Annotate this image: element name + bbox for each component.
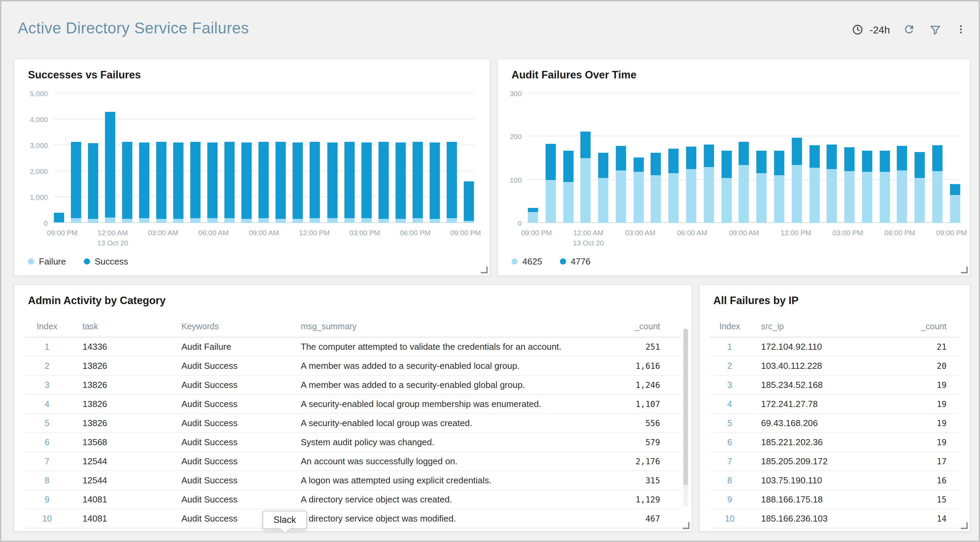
stacked-bar[interactable] [412, 94, 423, 223]
cell-_count: 1,129 [592, 494, 660, 504]
stacked-bar[interactable] [54, 94, 64, 223]
stacked-bar[interactable] [105, 94, 115, 223]
table-row[interactable]: 1172.104.92.11021 [711, 337, 959, 356]
column-header-index[interactable]: Index [25, 322, 69, 331]
legend-item-failure[interactable]: Failure [28, 256, 66, 267]
stacked-bar[interactable] [581, 94, 591, 223]
table-row[interactable]: 6185.221.202.3619 [711, 433, 959, 452]
stacked-bar[interactable] [950, 94, 960, 223]
stacked-bar[interactable] [686, 94, 696, 223]
stacked-bar[interactable] [915, 94, 925, 223]
stacked-bar[interactable] [446, 94, 457, 223]
stacked-bar[interactable] [616, 94, 626, 223]
panel-resize-handle[interactable] [961, 522, 968, 529]
column-header-src_ip[interactable]: src_ip [761, 322, 877, 331]
column-header-index[interactable]: Index [711, 322, 749, 331]
table-row[interactable]: 413826Audit SuccessA security-enabled lo… [25, 395, 681, 414]
column-header-task[interactable]: task [83, 322, 168, 331]
table-row[interactable]: 4172.241.27.7819 [711, 395, 959, 414]
table-row[interactable]: 513826Audit SuccessA security-enabled lo… [25, 414, 681, 433]
stacked-bar[interactable] [464, 94, 474, 223]
stacked-bar[interactable] [791, 94, 802, 223]
bar-segment [310, 218, 320, 223]
stacked-bar[interactable] [122, 94, 132, 223]
table-row[interactable]: 313826Audit SuccessA member was added to… [25, 376, 681, 395]
table-row[interactable]: 213826Audit SuccessA member was added to… [25, 356, 681, 376]
table-row[interactable]: 7185.205.209.17217 [711, 452, 959, 471]
table-row[interactable]: 8103.75.190.11016 [711, 471, 959, 490]
stacked-bar[interactable] [208, 94, 218, 223]
stacked-bar[interactable] [563, 94, 573, 223]
legend-item-4776[interactable]: 4776 [560, 256, 590, 267]
stacked-bar[interactable] [71, 94, 81, 223]
stacked-bar[interactable] [156, 94, 166, 223]
stacked-bar[interactable] [225, 94, 235, 223]
table-row[interactable]: 9188.166.175.1815 [711, 490, 959, 509]
time-range-button[interactable]: -24h [851, 22, 890, 36]
stacked-bar[interactable] [932, 94, 942, 223]
stacked-bar[interactable] [173, 94, 183, 223]
legend-item-success[interactable]: Success [84, 256, 128, 267]
table-row[interactable]: 114336Audit FailureThe computer attempte… [25, 337, 681, 356]
stacked-bar[interactable] [395, 94, 406, 223]
stacked-bar[interactable] [598, 94, 608, 223]
stacked-bar[interactable] [774, 94, 784, 223]
column-header-_count[interactable]: _count [592, 322, 660, 331]
panel-resize-handle[interactable] [961, 267, 968, 273]
stacked-bar[interactable] [862, 94, 872, 223]
column-header-_count[interactable]: _count [889, 322, 947, 331]
panel-resize-handle[interactable] [481, 267, 488, 273]
stacked-bar[interactable] [361, 94, 371, 223]
column-header-keywords[interactable]: Keywords [181, 322, 287, 331]
stacked-bar[interactable] [378, 94, 388, 223]
stacked-bar[interactable] [633, 94, 643, 223]
stacked-bar[interactable] [669, 94, 679, 223]
stacked-bar[interactable] [344, 94, 354, 223]
stacked-bar[interactable] [809, 94, 819, 223]
table-row[interactable]: 712544Audit SuccessAn account was succes… [25, 452, 681, 471]
stacked-bar[interactable] [242, 94, 252, 223]
stacked-bar[interactable] [721, 94, 732, 223]
stacked-bar[interactable] [546, 94, 556, 223]
stacked-bar[interactable] [139, 94, 150, 223]
stacked-bar[interactable] [897, 94, 907, 223]
stacked-bar[interactable] [528, 94, 538, 223]
stacked-bar[interactable] [191, 94, 201, 223]
bar-segment [528, 212, 538, 223]
stacked-bar[interactable] [844, 94, 854, 223]
cell-task: 12544 [83, 475, 168, 485]
scrollbar-thumb[interactable] [683, 329, 688, 485]
stacked-bar[interactable] [310, 94, 320, 223]
table-row[interactable]: 812544Audit SuccessA logon was attempted… [25, 471, 681, 490]
cell-_count: 556 [592, 418, 660, 428]
panel-resize-handle[interactable] [682, 522, 689, 529]
table-row[interactable]: 1114081Audit SuccessA directory service … [25, 528, 681, 531]
table-row[interactable]: 914081Audit SuccessA directory service o… [25, 490, 681, 509]
table-row[interactable]: 10185.166.236.10314 [711, 509, 959, 528]
stacked-bar[interactable] [651, 94, 661, 223]
stacked-bar[interactable] [259, 94, 269, 223]
x-axis-tick: 06:00 AM [677, 228, 707, 238]
stacked-bar[interactable] [276, 94, 286, 223]
bar-chart-audit-failures: 300200100009:00 PM12:00 AM13 Oct 2003:00… [528, 94, 960, 223]
stacked-bar[interactable] [293, 94, 303, 223]
stacked-bar[interactable] [88, 94, 98, 223]
filter-icon[interactable] [928, 22, 942, 36]
table-row[interactable]: 1014081Audit SuccessA directory service … [25, 509, 681, 528]
x-axis-tick: 09:00 PM [521, 228, 552, 238]
stacked-bar[interactable] [756, 94, 767, 223]
refresh-icon[interactable] [902, 22, 916, 36]
table-row[interactable]: 2103.40.112.22820 [711, 356, 959, 376]
stacked-bar[interactable] [704, 94, 714, 223]
table-row[interactable]: 3185.234.52.16819 [711, 376, 959, 395]
stacked-bar[interactable] [739, 94, 749, 223]
table-row[interactable]: 613568Audit SuccessSystem audit policy w… [25, 433, 681, 452]
stacked-bar[interactable] [880, 94, 889, 223]
stacked-bar[interactable] [429, 94, 439, 223]
stacked-bar[interactable] [827, 94, 837, 223]
table-row[interactable]: 569.43.168.20619 [711, 414, 959, 433]
kebab-menu-icon[interactable] [954, 22, 968, 36]
legend-item-4625[interactable]: 4625 [511, 256, 542, 267]
stacked-bar[interactable] [327, 94, 337, 223]
column-header-msg_summary[interactable]: msg_summary [301, 322, 578, 331]
